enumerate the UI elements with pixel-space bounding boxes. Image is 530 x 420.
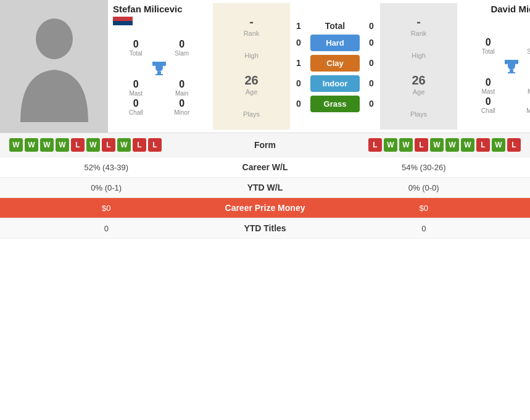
svg-rect-3 <box>113 25 133 30</box>
form-badge-l: L <box>507 138 521 152</box>
left-ytd-titles: 0 <box>9 224 204 233</box>
left-age: 26 Age <box>244 73 258 96</box>
form-badge-w: W <box>117 138 131 152</box>
form-badge-l: L <box>476 138 490 152</box>
left-career-wl: 52% (43-39) <box>9 163 204 172</box>
surfaces-center: 1 Total 0 0 Hard 0 1 Clay 0 0 Indoor 0 0 <box>293 0 377 133</box>
form-badge-w: W <box>9 138 23 152</box>
form-badge-w: W <box>461 138 474 152</box>
right-mast-main-row: 0 Mast 0 Main <box>465 77 530 95</box>
form-badge-l: L <box>71 138 85 152</box>
left-ytd-wl: 0% (0-1) <box>9 183 204 192</box>
grass-surface-btn[interactable]: Grass <box>310 96 360 112</box>
right-slam-stat: 0 Slam <box>512 37 530 55</box>
left-total-stat: 0 Total <box>114 39 158 57</box>
left-chall-stat: 0 Chall <box>114 98 158 116</box>
indoor-row: 0 Indoor 0 <box>293 75 377 92</box>
form-badge-w: W <box>384 138 397 152</box>
left-trophy-row <box>113 59 205 76</box>
svg-rect-11 <box>510 70 513 72</box>
form-badge-l: L <box>368 138 382 152</box>
left-player-name: Stefan Milicevic <box>113 4 205 14</box>
bottom-section: WWWWLWLWLL Form LWWLWWWLWL 52% (43-39) C… <box>0 133 530 239</box>
svg-rect-2 <box>113 21 133 25</box>
clay-row: 1 Clay 0 <box>293 55 377 72</box>
header-section: Stefan Milicevic 0 Total 0 <box>0 0 530 133</box>
right-plays: Plays <box>410 110 427 118</box>
form-badge-w: W <box>25 138 38 152</box>
ytd-wl-row: 0% (0-1) YTD W/L 0% (0-0) <box>0 178 530 198</box>
right-rank: - Rank <box>411 15 427 37</box>
ytd-wl-label: YTD W/L <box>204 183 327 192</box>
right-stat-card: - Rank High 26 Age Plays <box>380 3 457 130</box>
right-chall-stat: 0 Chall <box>466 96 510 114</box>
form-label: Form <box>204 140 327 150</box>
left-player-photo <box>0 0 108 133</box>
left-flag <box>113 17 205 31</box>
right-prize: $0 <box>327 204 521 213</box>
ytd-titles-label: YTD Titles <box>204 223 327 233</box>
career-wl-label: Career W/L <box>204 162 327 172</box>
right-main-stat: 0 Main <box>512 77 530 95</box>
left-mast-main-row: 0 Mast 0 Main <box>113 79 205 97</box>
left-main-stat: 0 Main <box>160 79 204 97</box>
indoor-surface-btn[interactable]: Indoor <box>310 75 360 92</box>
form-badge-w: W <box>430 138 444 152</box>
hard-row: 0 Hard 0 <box>293 35 377 51</box>
form-badge-w: W <box>86 138 100 152</box>
right-trophy-row <box>465 57 530 75</box>
total-label: Total <box>310 21 360 31</box>
right-minor-stat: 0 Minor <box>512 96 530 114</box>
right-flag <box>465 17 530 30</box>
left-high: High <box>244 51 259 59</box>
right-ytd-wl: 0% (0-0) <box>327 183 521 192</box>
right-career-wl: 54% (30-26) <box>327 163 521 172</box>
form-badge-w: W <box>492 138 505 152</box>
left-slam-stat: 0 Slam <box>160 39 204 57</box>
right-mast-stat: 0 Mast <box>466 77 510 95</box>
form-badge-l: L <box>102 138 115 152</box>
left-plays: Plays <box>243 110 260 118</box>
clay-surface-btn[interactable]: Clay <box>310 55 360 72</box>
right-total-slam-row: 0 Total 0 Slam <box>465 37 530 55</box>
form-badge-w: W <box>399 138 413 152</box>
form-badge-w: W <box>40 138 54 152</box>
right-form-badges: LWWLWWWLWL <box>327 138 521 152</box>
right-total-stat: 0 Total <box>466 37 510 55</box>
form-badge-w: W <box>56 138 69 152</box>
career-wl-row: 52% (43-39) Career W/L 54% (30-26) <box>0 157 530 178</box>
right-trophy-icon <box>503 57 520 75</box>
right-age: 26 Age <box>412 73 425 96</box>
form-badge-l: L <box>415 138 428 152</box>
left-trophy-icon <box>151 59 168 76</box>
right-player-info: David Micevski 0 Total <box>460 0 530 133</box>
svg-point-0 <box>36 19 73 59</box>
left-player-stats: 0 Total 0 Slam <box>113 39 205 116</box>
left-chall-minor-row: 0 Chall 0 Minor <box>113 98 205 116</box>
right-ytd-titles: 0 <box>327 224 521 233</box>
right-high: High <box>412 51 426 59</box>
left-form-badges: WWWWLWLWLL <box>9 138 204 152</box>
left-minor-stat: 0 Minor <box>160 98 204 116</box>
ytd-titles-row: 0 YTD Titles 0 <box>0 218 530 239</box>
left-player-info: Stefan Milicevic 0 Total 0 <box>108 0 210 133</box>
left-mast-stat: 0 Mast <box>114 79 158 97</box>
svg-rect-12 <box>508 72 515 73</box>
form-badge-w: W <box>445 138 459 152</box>
serbia-flag-icon <box>113 17 133 30</box>
svg-rect-1 <box>113 17 133 21</box>
left-prize: $0 <box>9 204 204 213</box>
hard-surface-btn[interactable]: Hard <box>310 35 360 51</box>
svg-rect-5 <box>155 74 163 75</box>
left-total-slam-row: 0 Total 0 Slam <box>113 39 205 57</box>
main-container: Stefan Milicevic 0 Total 0 <box>0 0 530 239</box>
grass-row: 0 Grass 0 <box>293 96 377 112</box>
svg-rect-4 <box>157 72 161 74</box>
left-stat-card: - Rank High 26 Age Plays <box>213 3 290 130</box>
form-row: WWWWLWLWLL Form LWWLWWWLWL <box>0 133 530 157</box>
form-badge-l: L <box>148 138 162 152</box>
right-chall-minor-row: 0 Chall 0 Minor <box>465 96 530 114</box>
form-badge-l: L <box>133 138 146 152</box>
prize-label: Career Prize Money <box>204 203 327 213</box>
prize-row: $0 Career Prize Money $0 <box>0 198 530 218</box>
